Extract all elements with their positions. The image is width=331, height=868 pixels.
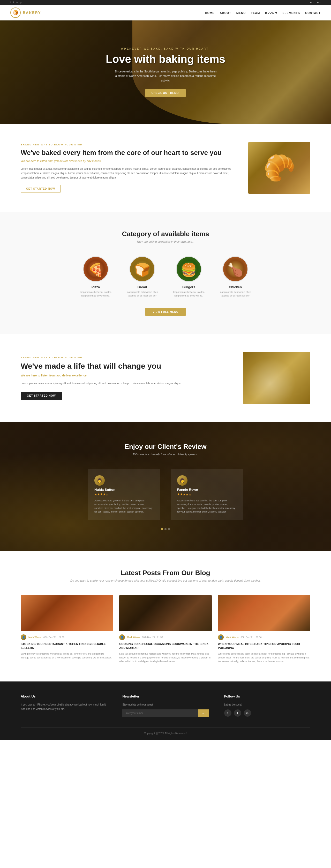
video-section: Brand new way to blow your mind We've ma… bbox=[0, 334, 331, 422]
review-avatar-2: 👩 bbox=[177, 475, 188, 486]
blog-image-2 bbox=[119, 595, 211, 631]
category-circle-bread: 🍞 bbox=[129, 256, 155, 282]
social-link-fb[interactable]: f bbox=[10, 1, 11, 4]
logo-text: Bakery bbox=[23, 10, 41, 15]
category-item-chicken[interactable]: 🍗 Chicken Inappropriate behavior is ofte… bbox=[217, 256, 254, 298]
dot-2[interactable] bbox=[164, 528, 167, 530]
footer-about-heading: About Us bbox=[21, 694, 107, 698]
social-link-in[interactable]: in bbox=[16, 1, 18, 4]
category-section: Category of available items They are gri… bbox=[0, 212, 331, 334]
nav-about[interactable]: About bbox=[220, 11, 231, 14]
video-thumbnail[interactable] bbox=[243, 352, 310, 404]
review-dots bbox=[21, 528, 310, 530]
review-stars-1: ★★★★☆ bbox=[94, 493, 154, 496]
blog-author-avatar-1: 👤 bbox=[21, 634, 26, 640]
navbar: 🍞 Bakery Home About Menu Team Blog ▾ Ele… bbox=[0, 5, 331, 21]
video-bg bbox=[243, 352, 310, 404]
dropdown-arrow: ▾ bbox=[275, 10, 277, 15]
blog-card-2: 👤 Mark Wiens 08th Dec '21 21:56 COOKING … bbox=[119, 595, 211, 663]
top-bar-social: f t in p bbox=[10, 1, 22, 4]
blog-meta-1: 👤 Mark Wiens 08th Dec '21 21:56 bbox=[21, 634, 113, 640]
top-bar-link-2: xxx bbox=[317, 1, 321, 4]
about-title: We've baked every item from the core of … bbox=[21, 149, 233, 157]
category-circle-burgers: 🍔 bbox=[176, 256, 202, 282]
blog-author-avatar-3: 👤 bbox=[218, 634, 224, 640]
nav-links: Home About Menu Team Blog ▾ Elements Con… bbox=[205, 10, 321, 15]
blog-image-1 bbox=[21, 595, 113, 631]
category-desc-burgers: Inappropriate behavior is often laughed … bbox=[171, 290, 207, 298]
blog-time-1: 21:56 bbox=[59, 636, 64, 639]
social-link-pi[interactable]: p bbox=[20, 1, 22, 4]
footer: About Us If you own an iPhone, you've pr… bbox=[0, 681, 331, 740]
about-image bbox=[248, 142, 310, 194]
top-bar: f t in p xxx xxx bbox=[0, 0, 331, 5]
nav-contact[interactable]: Contact bbox=[305, 11, 321, 14]
footer-grid: About Us If you own an iPhone, you've pr… bbox=[21, 694, 310, 717]
footer-bottom: Copyright @2021 All rights Reserved! bbox=[21, 727, 310, 735]
dot-3[interactable] bbox=[168, 528, 170, 530]
about-content: Brand new way to blow your mind We've ba… bbox=[21, 143, 233, 192]
reviews-grid: 👩 Hulda Sutton ★★★★☆ Accessories here yo… bbox=[21, 469, 310, 520]
hero-cta-button[interactable]: Check out here! bbox=[145, 89, 186, 97]
category-name-pizza: Pizza bbox=[77, 285, 114, 289]
category-desc-pizza: Inappropriate behavior is often laughed … bbox=[77, 290, 114, 298]
hero-content: Whenever we bake, bake with our heart. L… bbox=[101, 48, 230, 97]
category-item-bread[interactable]: 🍞 Bread Inappropriate behavior is often … bbox=[124, 256, 160, 298]
reviewer-name-2: Fannie Rowe bbox=[177, 488, 237, 492]
video-text: Lorem ipsum consectetur adipiscing elit … bbox=[21, 381, 228, 385]
about-cta-button[interactable]: Get Started Now bbox=[21, 185, 61, 192]
video-subtitle: We are here to listen from you deliver e… bbox=[21, 374, 228, 377]
nav-menu[interactable]: Menu bbox=[236, 11, 246, 14]
category-item-burgers[interactable]: 🍔 Burgers Inappropriate behavior is ofte… bbox=[171, 256, 207, 298]
logo[interactable]: 🍞 Bakery bbox=[10, 7, 41, 18]
nav-home[interactable]: Home bbox=[205, 11, 214, 14]
blog-section: Latest Posts From Our Blog Do you want t… bbox=[0, 551, 331, 681]
dot-1[interactable] bbox=[161, 528, 163, 530]
category-name-burgers: Burgers bbox=[171, 285, 207, 289]
reviews-content: Enjoy our Client's Review Who are in ext… bbox=[21, 443, 310, 530]
video-cta-button[interactable]: Get Started Now bbox=[21, 392, 62, 400]
reviews-section: Enjoy our Client's Review Who are in ext… bbox=[0, 422, 331, 551]
about-subtitle: We are here to listen from you deliver e… bbox=[21, 159, 233, 162]
category-desc-bread: Inappropriate behavior is often laughed … bbox=[124, 290, 160, 298]
blog-time-2: 21:56 bbox=[157, 636, 163, 639]
footer-social-in[interactable]: in bbox=[244, 709, 251, 717]
video-label: Brand new way to blow your mind bbox=[21, 356, 228, 359]
blog-card-1: 👤 Mark Wiens 08th Dec '21 21:56 STOCKING… bbox=[21, 595, 113, 663]
footer-social-tw[interactable]: t bbox=[234, 709, 241, 717]
blog-title: Latest Posts From Our Blog bbox=[21, 569, 310, 577]
bread-emoji: 🍞 bbox=[130, 257, 154, 282]
nav-team[interactable]: Team bbox=[251, 11, 260, 14]
blog-author-2: Mark Wiens bbox=[127, 636, 140, 639]
footer-follow-col: Follow Us Let us be social f t in bbox=[224, 694, 310, 717]
newsletter-form: → bbox=[122, 709, 208, 717]
category-item-pizza[interactable]: 🍕 Pizza Inappropriate behavior is often … bbox=[77, 256, 114, 298]
newsletter-input[interactable] bbox=[122, 709, 198, 717]
nav-blog[interactable]: Blog bbox=[265, 11, 274, 14]
blog-excerpt-1: Saving money is something we would all l… bbox=[21, 652, 113, 659]
blog-title-3: WHEN YOUR MEAL BITES BACK TIPS FOR AVOID… bbox=[218, 642, 310, 650]
social-link-tw[interactable]: t bbox=[13, 1, 14, 4]
review-stars-2: ★★★★☆ bbox=[177, 493, 237, 496]
chicken-emoji: 🍗 bbox=[223, 257, 247, 282]
category-title: Category of available items bbox=[21, 230, 310, 238]
blog-subtitle: Do you want to shake your rose or cheese… bbox=[21, 579, 310, 582]
blog-author-avatar-2: 👤 bbox=[119, 634, 125, 640]
view-menu-button[interactable]: View Full Menu bbox=[145, 308, 186, 316]
top-bar-link-1: xxx bbox=[310, 1, 314, 4]
video-content: Brand new way to blow your mind We've ma… bbox=[21, 356, 228, 400]
footer-newsletter-label: Stay update with our latest bbox=[122, 703, 208, 707]
blog-date-1: 08th Dec '21 bbox=[43, 636, 56, 639]
blog-title-1: STOCKING YOUR RESTAURANT KITCHEN FINDING… bbox=[21, 642, 113, 650]
footer-social: f t in bbox=[224, 709, 310, 717]
blog-card-3: 👤 Mark Wiens 08th Dec '21 21:56 WHEN YOU… bbox=[218, 595, 310, 663]
nav-elements[interactable]: Elements bbox=[283, 11, 300, 14]
review-avatar-1: 👩 bbox=[94, 475, 105, 486]
footer-social-fb[interactable]: f bbox=[224, 709, 231, 717]
blog-image-3 bbox=[218, 595, 310, 631]
newsletter-submit-button[interactable]: → bbox=[198, 709, 209, 717]
reviews-title: Enjoy our Client's Review bbox=[21, 443, 310, 451]
category-circle-pizza: 🍕 bbox=[83, 256, 109, 282]
blog-excerpt-2: Let's talk about meal fondue recipes and… bbox=[119, 652, 211, 663]
review-text-2: Accessories here you can find the best c… bbox=[177, 499, 237, 514]
